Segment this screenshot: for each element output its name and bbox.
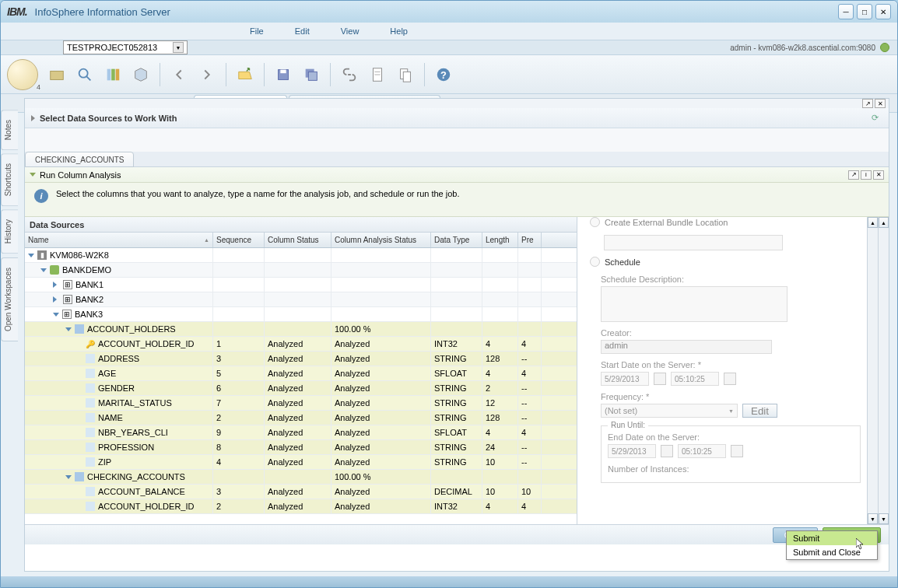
- menu-submit[interactable]: Submit: [787, 531, 877, 545]
- info-text: Select the columns that you want to anal…: [56, 189, 460, 198]
- scroll-down-icon[interactable]: ▼: [879, 513, 889, 524]
- close-window-button[interactable]: ✕: [875, 4, 891, 19]
- table-row[interactable]: ⊞BANK1: [25, 278, 577, 292]
- outer-scrollbar[interactable]: ▲ ▼: [878, 217, 889, 524]
- menu-file[interactable]: File: [250, 26, 264, 36]
- svg-text:?: ?: [440, 68, 447, 80]
- select-datasources-bar[interactable]: Select Data Sources to Work With ⟳: [25, 108, 889, 128]
- start-time-input[interactable]: 05:10:25: [671, 372, 719, 386]
- scroll-up-icon[interactable]: ▲: [868, 217, 878, 228]
- run-column-analysis-bar[interactable]: Run Column Analysis ↗ i ✕: [25, 167, 889, 183]
- project-selector[interactable]: TESTPROJECT052813 ▼: [63, 40, 188, 54]
- dropdown-arrow-icon: ▼: [173, 42, 184, 53]
- titlebar: IBM. InfoSphere Information Server ─ □ ✕: [1, 1, 897, 23]
- frequency-select[interactable]: (Not set)▼: [601, 404, 738, 418]
- toolbar-open-icon[interactable]: [233, 62, 258, 87]
- table-row[interactable]: ⊞BANK2: [25, 292, 577, 307]
- ds-tree-body[interactable]: ▮KVM086-W2K8BANKDEMO⊞BANK1⊞BANK2⊞BANK3AC…: [25, 248, 577, 524]
- schedule-desc-input[interactable]: [601, 286, 788, 322]
- table-row[interactable]: GENDER6AnalyzedAnalyzedSTRING2--: [25, 381, 577, 396]
- table-row[interactable]: ▮KVM086-W2K8: [25, 248, 577, 263]
- toolbar-folder-icon[interactable]: [44, 62, 69, 87]
- calendar-icon[interactable]: [661, 445, 673, 457]
- menubar: File Edit View Help: [1, 23, 897, 40]
- toolbar-help-icon[interactable]: ?: [431, 62, 456, 87]
- maximize-button[interactable]: □: [857, 4, 872, 19]
- refresh-icon[interactable]: ⟳: [872, 113, 882, 124]
- toolbar-copy-icon[interactable]: [393, 62, 418, 87]
- project-name: TESTPROJECT052813: [67, 43, 157, 52]
- toolbar-save-icon[interactable]: [271, 62, 296, 87]
- toolbar-column-icon[interactable]: [100, 62, 125, 87]
- sidebar-shortcuts[interactable]: Shortcuts: [1, 153, 18, 206]
- toolbar-doc-icon[interactable]: [365, 62, 390, 87]
- table-row[interactable]: BANKDEMO: [25, 263, 577, 278]
- globe-nav-icon[interactable]: [7, 59, 38, 90]
- col-status[interactable]: Column Status: [265, 233, 331, 247]
- table-row[interactable]: ADDRESS3AnalyzedAnalyzedSTRING128--: [25, 352, 577, 366]
- panel-info-icon[interactable]: i: [861, 170, 872, 180]
- minimize-button[interactable]: ─: [838, 4, 854, 19]
- table-row[interactable]: NBR_YEARS_CLI9AnalyzedAnalyzedSFLOAT44: [25, 425, 577, 440]
- table-row[interactable]: PROFESSION8AnalyzedAnalyzedSTRING24--: [25, 440, 577, 455]
- panel-close-icon[interactable]: ✕: [873, 170, 884, 180]
- end-time-input[interactable]: 05:10:25: [678, 444, 726, 458]
- info-icon: i: [34, 189, 48, 203]
- panel-pin-icon[interactable]: ↗: [862, 99, 873, 108]
- ibm-logo: IBM.: [7, 5, 27, 18]
- table-row[interactable]: NAME2AnalyzedAnalyzedSTRING128--: [25, 411, 577, 425]
- col-name[interactable]: Name▲: [25, 233, 213, 247]
- radio-external-bundle[interactable]: [590, 217, 600, 227]
- toolbar-link-icon[interactable]: [337, 62, 362, 87]
- tab-checking-accounts[interactable]: CHECKING_ACCOUNTS: [25, 152, 134, 167]
- edit-button[interactable]: Edit: [742, 404, 777, 418]
- expand-icon: [31, 115, 35, 121]
- table-row[interactable]: AGE5AnalyzedAnalyzedSFLOAT44: [25, 366, 577, 381]
- panel-close-icon[interactable]: ✕: [875, 99, 886, 108]
- col-sequence[interactable]: Sequence: [213, 233, 265, 247]
- menu-edit[interactable]: Edit: [295, 26, 310, 36]
- sidebar-workspaces[interactable]: Open Workspaces: [1, 257, 18, 341]
- creator-field: admin: [601, 340, 772, 354]
- calendar-icon[interactable]: [654, 373, 666, 385]
- svg-rect-9: [308, 72, 317, 80]
- table-row[interactable]: 🔑ACCOUNT_HOLDER_ID1AnalyzedAnalyzedINT32…: [25, 337, 577, 352]
- scroll-down-icon[interactable]: ▼: [868, 513, 878, 524]
- time-stepper-icon[interactable]: [724, 373, 736, 385]
- col-datatype[interactable]: Data Type: [431, 233, 482, 247]
- table-row[interactable]: CHECKING_ACCOUNTS100.00 %: [25, 470, 577, 485]
- column-icon: [86, 428, 95, 437]
- table-row[interactable]: ZIP4AnalyzedAnalyzedSTRING10--: [25, 455, 577, 470]
- bundle-location-input[interactable]: [604, 235, 783, 250]
- end-date-input[interactable]: 5/29/2013: [608, 444, 656, 458]
- radio-schedule[interactable]: [590, 257, 600, 267]
- table-row[interactable]: MARITAL_STATUS7AnalyzedAnalyzedSTRING12-…: [25, 396, 577, 411]
- toolbar-saveall-icon[interactable]: [299, 62, 324, 87]
- col-precision[interactable]: Pre: [518, 233, 542, 247]
- panel-pin-icon[interactable]: ↗: [848, 170, 859, 180]
- table-row[interactable]: ACCOUNT_HOLDERS100.00 %: [25, 322, 577, 337]
- ds-header: Data Sources: [25, 217, 577, 233]
- toolbar-forward-icon[interactable]: [195, 62, 219, 87]
- col-length[interactable]: Length: [482, 233, 518, 247]
- table-row[interactable]: ACCOUNT_BALANCE3AnalyzedAnalyzedDECIMAL1…: [25, 485, 577, 499]
- left-sidebar: Notes Shortcuts History Open Workspaces: [1, 110, 18, 345]
- inner-scrollbar[interactable]: ▲ ▼: [867, 217, 878, 524]
- toolbar-search-icon[interactable]: [72, 62, 97, 87]
- start-date-input[interactable]: 5/29/2013: [601, 372, 649, 386]
- instances-label: Number of Instances:: [608, 464, 854, 474]
- menu-submit-close[interactable]: Submit and Close: [787, 545, 877, 559]
- toolbar-back-icon[interactable]: [167, 62, 191, 87]
- table-row[interactable]: ⊞BANK3: [25, 307, 577, 322]
- menu-view[interactable]: View: [341, 26, 360, 36]
- toolbar-cube-icon[interactable]: [128, 62, 153, 87]
- table-row[interactable]: ACCOUNT_HOLDER_ID2AnalyzedAnalyzedINT324…: [25, 499, 577, 514]
- sidebar-notes[interactable]: Notes: [1, 110, 18, 150]
- col-analysis-status[interactable]: Column Analysis Status: [331, 233, 431, 247]
- menu-help[interactable]: Help: [390, 26, 408, 36]
- scroll-up-icon[interactable]: ▲: [879, 217, 889, 228]
- time-stepper-icon[interactable]: [731, 445, 743, 457]
- sidebar-history[interactable]: History: [1, 209, 18, 254]
- run-until-legend: Run Until:: [608, 421, 648, 429]
- frequency-label: Frequency: *: [601, 392, 861, 401]
